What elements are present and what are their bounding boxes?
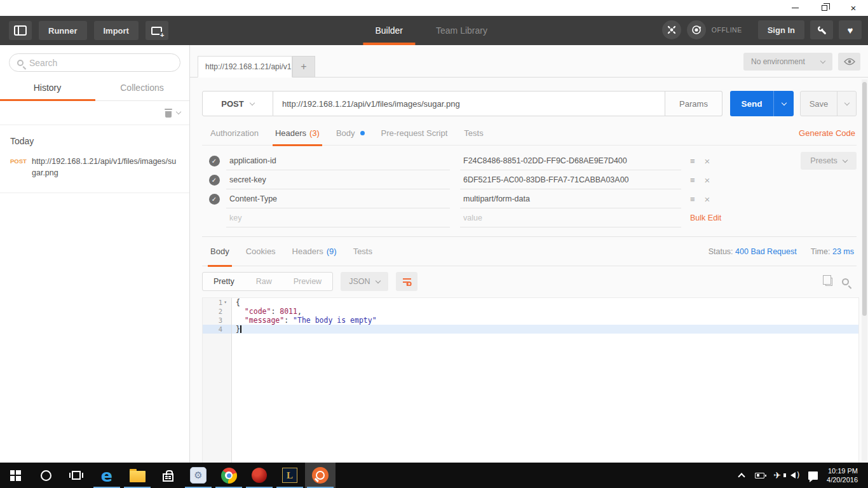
heart-icon: ♥	[848, 25, 853, 35]
line-number[interactable]: 1 ▾	[203, 298, 232, 307]
bulk-edit-link[interactable]: Bulk Edit	[690, 214, 721, 222]
action-center-button[interactable]	[805, 463, 820, 488]
tray-volume-button[interactable]: )	[787, 463, 803, 488]
new-window-button[interactable]: +	[146, 21, 168, 40]
params-button[interactable]: Params	[665, 91, 722, 116]
nav-team-library[interactable]: Team Library	[424, 16, 499, 45]
taskbar-clock[interactable]: 10:19 PM 4/20/2016	[823, 466, 863, 484]
header-value-input[interactable]	[460, 214, 681, 222]
response-tab-body[interactable]: Body	[202, 237, 238, 266]
response-tab-tests[interactable]: Tests	[345, 237, 381, 266]
new-window-icon: +	[151, 27, 162, 35]
taskbar-l-app[interactable]: L	[275, 463, 305, 488]
remove-row-icon[interactable]: ×	[705, 157, 710, 165]
send-dropdown-button[interactable]	[773, 91, 794, 116]
send-button[interactable]: Send	[730, 91, 773, 116]
remove-row-icon[interactable]: ×	[705, 195, 710, 203]
request-tab[interactable]: http://192.168.1.21/api/v1	[198, 56, 292, 78]
import-button[interactable]: Import	[94, 21, 139, 40]
environment-chevron-icon	[820, 58, 825, 63]
close-button[interactable]: ×	[839, 0, 868, 16]
system-tray: ✈ ) 10:19 PM 4/20/2016	[734, 463, 868, 488]
remove-row-icon[interactable]: ×	[705, 176, 710, 184]
save-button[interactable]: Save	[801, 92, 837, 116]
taskbar-postman[interactable]	[305, 463, 336, 488]
tab-prerequest-script[interactable]: Pre-request Script	[373, 121, 456, 146]
wrap-text-button[interactable]	[396, 272, 417, 291]
fold-caret-icon[interactable]: ▾	[224, 298, 227, 307]
runner-button[interactable]: Runner	[39, 21, 87, 40]
start-button[interactable]	[0, 463, 31, 488]
code-line: 1 ▾ {	[203, 298, 858, 307]
clock-date: 4/20/2016	[827, 475, 858, 484]
body-modified-dot	[360, 131, 365, 135]
environment-preview-button[interactable]	[838, 53, 860, 71]
response-tab-cookies[interactable]: Cookies	[238, 237, 284, 266]
view-pretty-button[interactable]: Pretty	[203, 273, 245, 290]
sync-satellite-icon	[667, 25, 677, 35]
header-value-input[interactable]	[460, 175, 681, 184]
sidebar-toggle-button[interactable]	[9, 21, 32, 40]
new-request-tab-button[interactable]: +	[292, 56, 315, 78]
header-value-input[interactable]	[460, 194, 681, 203]
format-select[interactable]: JSON	[341, 272, 388, 291]
header-row-1-checkbox[interactable]: ✓	[202, 156, 226, 166]
taskbar-settings-app[interactable]: ⚙	[183, 463, 214, 488]
tab-body[interactable]: Body	[328, 121, 373, 146]
favorites-button[interactable]: ♥	[839, 20, 862, 39]
tab-history[interactable]: History	[0, 75, 95, 100]
header-row-2-checkbox[interactable]: ✓	[202, 175, 226, 186]
main-scrollbar[interactable]	[862, 79, 867, 462]
scrollbar-thumb[interactable]	[862, 82, 867, 316]
taskbar-file-explorer[interactable]	[122, 463, 153, 488]
header-value-input[interactable]	[460, 156, 681, 165]
tab-tests[interactable]: Tests	[456, 121, 491, 146]
restore-button[interactable]	[810, 0, 839, 16]
header-key-input[interactable]	[226, 194, 450, 203]
history-item[interactable]: POST http://192.168.1.21/api/v1/files/im…	[0, 152, 189, 185]
taskbar-store[interactable]	[153, 463, 183, 488]
trash-icon[interactable]	[165, 109, 172, 118]
sign-in-button[interactable]: Sign In	[758, 20, 804, 39]
tray-power-button[interactable]	[752, 463, 767, 488]
taskbar-red-app[interactable]	[244, 463, 275, 488]
tab-authorization[interactable]: Authorization	[202, 121, 267, 146]
minimize-button[interactable]	[780, 0, 810, 16]
view-raw-button[interactable]: Raw	[245, 273, 283, 290]
cortana-button[interactable]	[31, 463, 61, 488]
response-body-editor[interactable]: 1 ▾ { 2▾ "code": 8011, 3▾ "message": "Th…	[202, 297, 859, 463]
tab-headers[interactable]: Headers (3)	[267, 121, 328, 146]
drag-handle-icon[interactable]: ≡	[690, 194, 695, 204]
taskbar-chrome[interactable]	[214, 463, 244, 488]
sync-button[interactable]	[662, 20, 681, 39]
header-row-3-checkbox[interactable]: ✓	[202, 194, 226, 205]
trash-chevron-icon[interactable]	[176, 109, 181, 114]
tools-button[interactable]	[810, 20, 833, 39]
copy-icon[interactable]	[825, 278, 832, 286]
generate-code-link[interactable]: Generate Code	[799, 128, 857, 138]
drag-handle-icon[interactable]: ≡	[690, 156, 695, 166]
tray-airplane-button[interactable]: ✈	[770, 463, 785, 488]
environment-select[interactable]: No environment	[743, 53, 832, 71]
response-tab-headers[interactable]: Headers (9)	[284, 237, 345, 266]
header-key-input[interactable]	[226, 175, 450, 184]
url-input[interactable]	[273, 91, 665, 116]
header-key-input[interactable]	[226, 156, 450, 165]
offline-status-button[interactable]	[687, 20, 706, 39]
taskbar-edge[interactable]: e	[92, 463, 122, 488]
method-select[interactable]: POST	[202, 91, 273, 116]
header-key-input[interactable]	[226, 214, 450, 222]
nav-builder[interactable]: Builder	[363, 16, 415, 45]
task-view-button[interactable]	[61, 463, 92, 488]
drag-handle-icon[interactable]: ≡	[690, 175, 695, 185]
view-preview-button[interactable]: Preview	[283, 273, 332, 290]
presets-dropdown[interactable]: Presets	[801, 152, 857, 170]
sidebar-search[interactable]	[9, 53, 180, 72]
search-input[interactable]	[29, 58, 172, 68]
tray-expand-button[interactable]	[734, 463, 749, 488]
sidebar-toggle-icon	[14, 25, 27, 36]
tab-collections[interactable]: Collections	[95, 75, 189, 100]
response-tabs: Body Cookies Headers (9) Tests Status: 4…	[202, 237, 857, 266]
search-response-icon[interactable]	[842, 278, 849, 285]
save-dropdown-button[interactable]	[837, 92, 856, 116]
